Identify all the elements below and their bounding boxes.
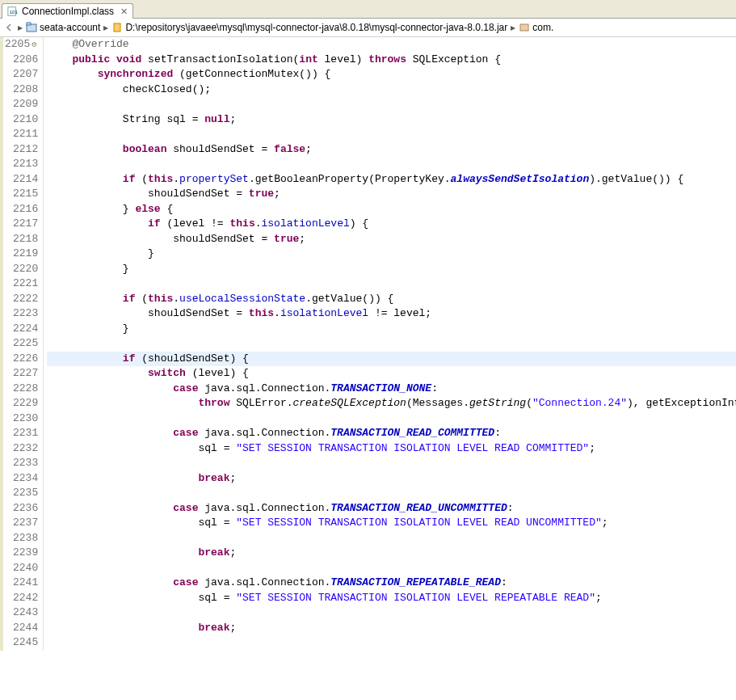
line-number: 2226 — [5, 352, 38, 367]
breadcrumb-project-label: seata-account — [40, 22, 100, 33]
line-number: 2211 — [5, 127, 38, 142]
breadcrumb-package[interactable]: com. — [519, 22, 553, 33]
code-line[interactable]: } else { — [47, 202, 736, 217]
code-line[interactable]: if (this.propertySet.getBooleanProperty(… — [47, 172, 736, 188]
line-number: 2229 — [5, 396, 38, 411]
line-number: 2213 — [5, 157, 38, 172]
code-line[interactable]: } — [47, 322, 736, 337]
code-line[interactable] — [47, 411, 736, 427]
breadcrumb: ▸ seata-account ▸ D:\repositorys\javaee\… — [0, 19, 736, 37]
line-number: 2238 — [5, 531, 38, 546]
code-line[interactable] — [47, 605, 736, 621]
jar-icon — [111, 22, 123, 33]
breadcrumb-sep: ▸ — [103, 22, 108, 33]
code-line[interactable]: public void setTransactionIsolation(int … — [47, 53, 736, 68]
svg-text:101: 101 — [10, 9, 19, 15]
line-number: 2245 — [5, 635, 38, 651]
code-line[interactable]: if (shouldSendSet) { — [47, 352, 736, 367]
line-number: 2208 — [5, 82, 38, 98]
code-line[interactable] — [47, 635, 736, 651]
code-line[interactable]: throw SQLError.createSQLException(Messag… — [47, 396, 736, 411]
code-line[interactable] — [47, 276, 736, 292]
code-line[interactable] — [47, 157, 736, 172]
line-number: 2244 — [5, 621, 38, 636]
line-number: 2221 — [5, 276, 38, 292]
breadcrumb-package-label: com. — [532, 22, 553, 33]
svg-rect-3 — [27, 23, 31, 25]
code-line[interactable]: case java.sql.Connection.TRANSACTION_REP… — [47, 576, 736, 591]
breadcrumb-back[interactable] — [3, 22, 15, 33]
close-icon[interactable]: ✕ — [120, 6, 128, 17]
line-number: 2242 — [5, 591, 38, 606]
line-number: 2234 — [5, 471, 38, 487]
line-number: 2214 — [5, 172, 38, 188]
line-number: 2231 — [5, 426, 38, 441]
line-number: 2237 — [5, 516, 38, 531]
line-number: 2236 — [5, 501, 38, 517]
line-number: 2223 — [5, 306, 38, 322]
editor-tab-title: ConnectionImpl.class — [22, 6, 114, 17]
code-line[interactable] — [47, 531, 736, 546]
code-line[interactable]: break; — [47, 471, 736, 487]
code-line[interactable]: if (level != this.isolationLevel) { — [47, 217, 736, 232]
code-line[interactable]: case java.sql.Connection.TRANSACTION_NON… — [47, 382, 736, 397]
line-number: 2216 — [5, 202, 38, 217]
code-line[interactable]: case java.sql.Connection.TRANSACTION_REA… — [47, 501, 736, 517]
breadcrumb-jar[interactable]: D:\repositorys\javaee\mysql\mysql-connec… — [111, 22, 507, 33]
line-number: 2239 — [5, 546, 38, 561]
code-line[interactable]: sql = "SET SESSION TRANSACTION ISOLATION… — [47, 441, 736, 457]
line-number: 2215 — [5, 187, 38, 202]
line-number: 2228 — [5, 382, 38, 397]
code-line[interactable]: shouldSendSet = this.isolationLevel != l… — [47, 306, 736, 322]
code-line[interactable] — [47, 97, 736, 112]
code-line[interactable] — [47, 336, 736, 352]
line-number: 2207 — [5, 67, 38, 82]
code-line[interactable] — [47, 456, 736, 471]
code-area[interactable]: @Override public void setTransactionIsol… — [44, 37, 736, 651]
code-line[interactable]: switch (level) { — [47, 366, 736, 382]
line-number: 2217 — [5, 217, 38, 232]
line-number: 2232 — [5, 441, 38, 457]
code-line[interactable]: if (this.useLocalSessionState.getValue()… — [47, 292, 736, 307]
line-number: 2209 — [5, 97, 38, 112]
code-editor[interactable]: 2205⊖22062207220822092210221122122213221… — [0, 37, 736, 651]
breadcrumb-project[interactable]: seata-account — [26, 22, 100, 33]
line-number: 2206 — [5, 53, 38, 68]
code-line[interactable]: boolean shouldSendSet = false; — [47, 142, 736, 158]
code-line[interactable]: break; — [47, 546, 736, 561]
breadcrumb-sep: ▸ — [511, 22, 515, 33]
code-line[interactable]: sql = "SET SESSION TRANSACTION ISOLATION… — [47, 516, 736, 531]
code-line[interactable]: } — [47, 247, 736, 262]
breadcrumb-sep: ▸ — [18, 22, 23, 33]
line-number: 2230 — [5, 411, 38, 427]
line-number: 2235 — [5, 486, 38, 501]
code-line[interactable]: shouldSendSet = true; — [47, 187, 736, 202]
code-line[interactable]: @Override — [47, 37, 736, 53]
code-line[interactable] — [47, 561, 736, 576]
line-number: 2222 — [5, 292, 38, 307]
code-line[interactable]: sql = "SET SESSION TRANSACTION ISOLATION… — [47, 591, 736, 606]
line-number: 2212 — [5, 142, 38, 158]
code-line[interactable]: break; — [47, 621, 736, 636]
line-number: 2218 — [5, 232, 38, 247]
line-number: 2224 — [5, 322, 38, 337]
line-number: 2243 — [5, 605, 38, 621]
override-marker-icon: ⊖ — [30, 38, 38, 53]
line-number: 2227 — [5, 366, 38, 382]
code-line[interactable]: synchronized (getConnectionMutex()) { — [47, 67, 736, 82]
code-line[interactable]: case java.sql.Connection.TRANSACTION_REA… — [47, 426, 736, 441]
breadcrumb-jar-label: D:\repositorys\javaee\mysql\mysql-connec… — [125, 22, 507, 33]
line-number: 2205⊖ — [5, 37, 38, 53]
code-line[interactable] — [47, 127, 736, 142]
code-line[interactable]: checkClosed(); — [47, 82, 736, 98]
code-line[interactable]: String sql = null; — [47, 112, 736, 128]
code-line[interactable]: } — [47, 262, 736, 277]
code-line[interactable] — [47, 486, 736, 501]
line-number: 2241 — [5, 576, 38, 591]
svg-rect-5 — [520, 24, 528, 31]
line-number: 2225 — [5, 336, 38, 352]
code-line[interactable]: shouldSendSet = true; — [47, 232, 736, 247]
editor-tabbar: 101 ConnectionImpl.class ✕ — [0, 0, 736, 19]
editor-tab[interactable]: 101 ConnectionImpl.class ✕ — [2, 3, 133, 19]
class-file-icon: 101 — [7, 6, 19, 17]
